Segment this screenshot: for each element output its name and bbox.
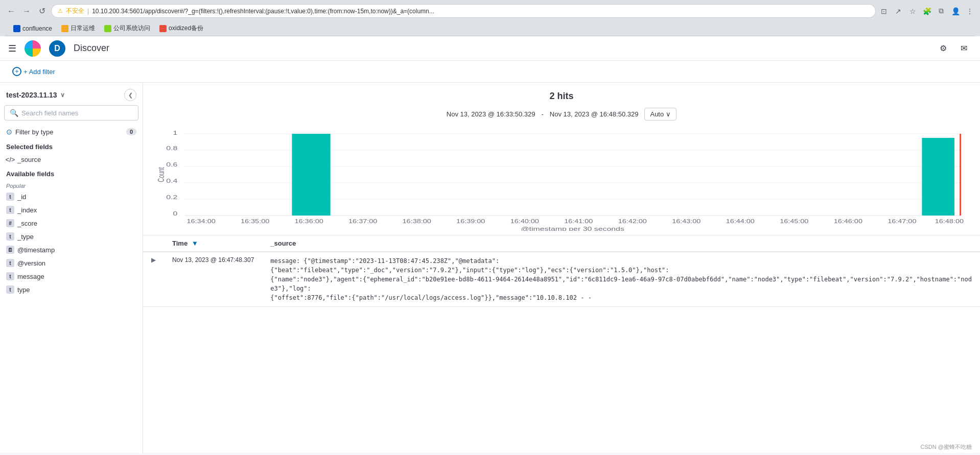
svg-text:16:36:00: 16:36:00 — [295, 219, 323, 224]
svg-text:16:41:00: 16:41:00 — [564, 219, 593, 224]
back-button[interactable]: ← — [5, 5, 17, 17]
content-area: 2 hits Nov 13, 2023 @ 16:33:50.329 - Nov… — [143, 83, 980, 453]
notifications-button[interactable]: ✉ — [955, 40, 972, 57]
sidebar-collapse-button[interactable]: ❮ — [124, 89, 136, 101]
table-row: ▶ Nov 13, 2023 @ 16:47:48.307 message: {… — [143, 252, 980, 307]
field-name-version: @version — [17, 259, 136, 267]
search-input-container: 🔍 — [4, 105, 138, 121]
svg-text:@timestamp per 30 seconds: @timestamp per 30 seconds — [521, 226, 624, 231]
bookmark-confluence-icon — [13, 25, 20, 32]
popular-label: Popular — [0, 180, 143, 190]
bookmark-daily[interactable]: 日常运维 — [57, 23, 99, 34]
interval-dropdown-icon: ∨ — [666, 110, 671, 118]
bookmark-company[interactable]: 公司系统访问 — [100, 23, 154, 34]
svg-text:16:46:00: 16:46:00 — [834, 219, 862, 224]
table-body: ▶ Nov 13, 2023 @ 16:47:48.307 message: {… — [143, 252, 980, 307]
hits-count: 2 hits — [155, 91, 968, 102]
expand-column-header — [143, 235, 164, 252]
svg-text:16:45:00: 16:45:00 — [780, 219, 808, 224]
source-content: message: {"@timestamp":"2023-11-13T08:47… — [270, 257, 972, 301]
field-item-score[interactable]: # _score — [0, 217, 143, 230]
svg-text:16:43:00: 16:43:00 — [672, 219, 701, 224]
browser-action-buttons: ⊡ ↗ ☆ 🧩 ⧉ 👤 ⋮ — [879, 6, 975, 16]
field-type-t-icon: t — [6, 272, 14, 280]
table-header: Time ▼ _source — [143, 235, 980, 252]
lock-label: 不安全 — [66, 7, 84, 15]
reload-button[interactable]: ↺ — [36, 5, 48, 17]
svg-text:0.8: 0.8 — [166, 145, 177, 151]
results-area: Time ▼ _source ▶ Nov 13, 202 — [143, 235, 980, 453]
time-range-bar: Nov 13, 2023 @ 16:33:50.329 - Nov 13, 20… — [155, 108, 968, 121]
field-type-source-icon: </> — [6, 155, 14, 163]
field-item-id[interactable]: t _id — [0, 190, 143, 203]
field-type-date-icon: 🗓 — [6, 246, 14, 254]
field-item-type[interactable]: t _type — [0, 230, 143, 243]
field-name-timestamp: @timestamp — [17, 246, 136, 254]
extensions-icon[interactable]: 🧩 — [922, 6, 932, 16]
field-name-id: _id — [17, 193, 136, 201]
bookmark-oxidized[interactable]: oxidized备份 — [155, 23, 207, 34]
svg-text:16:48:00: 16:48:00 — [935, 219, 964, 224]
bookmark-company-icon — [104, 25, 111, 32]
svg-text:16:38:00: 16:38:00 — [403, 219, 431, 224]
watermark: CSDN @蜜蜂不吃糖 — [921, 443, 972, 451]
svg-text:1: 1 — [173, 130, 178, 136]
field-type-t-icon: t — [6, 193, 14, 201]
svg-rect-14 — [922, 138, 954, 215]
field-type-hash-icon: # — [6, 219, 14, 227]
search-input[interactable] — [21, 109, 133, 117]
hamburger-menu[interactable]: ☰ — [8, 43, 16, 54]
time-to: Nov 13, 2023 @ 16:48:50.329 — [550, 110, 639, 118]
bookmarks-bar: confluence 日常运维 公司系统访问 oxidized备份 — [5, 21, 975, 36]
more-menu-icon[interactable]: ⋮ — [965, 6, 975, 16]
field-item-index[interactable]: t _index — [0, 203, 143, 217]
histogram-svg: 0 0.2 0.4 0.6 0.8 1 Count — [155, 129, 968, 231]
field-type-t-icon: t — [6, 206, 14, 214]
time-from: Nov 13, 2023 @ 16:33:50.329 — [447, 110, 535, 118]
cast-icon[interactable]: ⊡ — [879, 6, 889, 16]
svg-text:Count: Count — [157, 167, 166, 182]
svg-text:16:44:00: 16:44:00 — [726, 219, 755, 224]
index-pattern-selector[interactable]: test-2023.11.13 ∨ — [6, 91, 65, 99]
discover-icon: D — [49, 40, 65, 57]
bookmark-confluence[interactable]: confluence — [9, 24, 56, 33]
expand-cell: ▶ — [143, 252, 164, 307]
filter-type-count-badge: 0 — [126, 128, 136, 135]
filter-by-type-button[interactable]: ⊙ Filter by type — [6, 128, 53, 136]
address-bar[interactable]: ⚠ 不安全 | 10.10.200.34:5601/app/discover#/… — [51, 4, 876, 18]
field-item-source[interactable]: </> _source — [0, 153, 143, 166]
field-item-message[interactable]: t message — [0, 270, 143, 283]
filter-type-icon: ⊙ — [6, 128, 12, 136]
field-item-type-field[interactable]: t type — [0, 283, 143, 296]
time-column-header[interactable]: Time ▼ — [164, 235, 262, 252]
main-layout: test-2023.11.13 ∨ ❮ 🔍 ⊙ Filter by type 0 — [0, 83, 980, 453]
share-icon[interactable]: ↗ — [893, 6, 903, 16]
expand-row-button[interactable]: ▶ — [151, 256, 156, 264]
bookmark-daily-icon — [61, 25, 68, 32]
svg-text:16:39:00: 16:39:00 — [456, 219, 485, 224]
sidebar-header: test-2023.11.13 ∨ ❮ — [0, 83, 143, 105]
field-item-version[interactable]: t @version — [0, 256, 143, 270]
forward-button[interactable]: → — [20, 5, 33, 17]
source-column-header: _source — [262, 235, 980, 252]
app-title: Discover — [74, 43, 109, 54]
window-icon[interactable]: ⧉ — [936, 6, 946, 16]
field-name-type: _type — [17, 233, 136, 241]
filter-bar: + + Add filter — [0, 61, 980, 83]
time-separator: - — [541, 110, 543, 118]
profile-icon[interactable]: 👤 — [950, 6, 961, 16]
add-filter-button[interactable]: + + Add filter — [8, 65, 59, 78]
table-header-row: Time ▼ _source — [143, 235, 980, 252]
search-icon: 🔍 — [10, 109, 18, 117]
settings-button[interactable]: ⚙ — [935, 40, 951, 57]
field-name-message: message — [17, 273, 136, 280]
bookmark-icon[interactable]: ☆ — [907, 6, 918, 16]
svg-rect-13 — [292, 134, 330, 215]
field-type-t-icon: t — [6, 232, 14, 241]
interval-dropdown[interactable]: Auto ∨ — [644, 108, 676, 121]
svg-text:16:47:00: 16:47:00 — [888, 219, 916, 224]
field-type-t-icon: t — [6, 285, 14, 294]
field-item-timestamp[interactable]: 🗓 @timestamp — [0, 243, 143, 256]
svg-text:0.4: 0.4 — [166, 178, 178, 184]
field-name-type-field: type — [17, 286, 136, 294]
